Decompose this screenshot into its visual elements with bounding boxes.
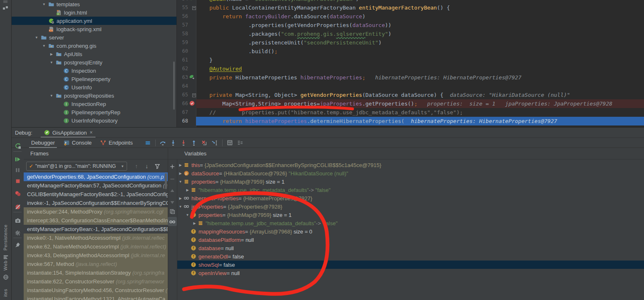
variable-row-hibernate-temp-use-jdbc-metadata-defaults[interactable]: ▶"hibernate.temp.use_jdbc_metadata_defau… bbox=[177, 219, 644, 227]
frame-row[interactable]: instantiate:622, ConstructorResolver (or… bbox=[24, 277, 168, 286]
editor-line-58[interactable]: 58 .packages("com.proheng.gis.sqlserverE… bbox=[177, 30, 644, 38]
frame-row[interactable]: instantiate:154, SimpleInstantiationStra… bbox=[24, 268, 168, 277]
rerun-button[interactable] bbox=[12, 141, 23, 150]
tree-item-login-html[interactable]: Hlogin.html bbox=[12, 8, 176, 17]
editor-line-56[interactable]: 56 return factoryBuilder.dataSource(data… bbox=[177, 12, 644, 21]
code-text[interactable]: .build(); bbox=[196, 47, 644, 56]
code-text[interactable]: .persistenceUnit("secondPersistenceUnit"… bbox=[196, 38, 644, 47]
editor-line-67[interactable]: 67 // properties.put("hibernate.temp.use… bbox=[177, 108, 644, 117]
hide-library-frames-button[interactable] bbox=[152, 162, 162, 171]
variable-row-datasource[interactable]: ▶pdataSource = {HikariDataSource@7926} "… bbox=[177, 169, 644, 177]
close-icon[interactable]: × bbox=[90, 130, 93, 135]
step-over-button[interactable] bbox=[158, 138, 168, 148]
chevron-down-icon[interactable]: ▼ bbox=[48, 94, 55, 98]
frame-row[interactable]: invoke:-1, JpaSecondConfiguration$$Enhan… bbox=[24, 199, 168, 207]
variable-row-databaseplatform[interactable]: fdatabasePlatform = null bbox=[177, 236, 644, 244]
tree-item-com-proheng-gis[interactable]: ▼com.proheng.gis bbox=[12, 42, 176, 50]
frame-row[interactable]: invokeSuper:244, MethodProxy (org.spring… bbox=[24, 207, 168, 216]
force-step-into-button[interactable] bbox=[179, 138, 189, 148]
frame-row[interactable]: entityManagerFactoryBean:-1, JpaSecondCo… bbox=[24, 225, 168, 234]
code-text[interactable]: return factoryBuilder.dataSource(dataSou… bbox=[196, 12, 644, 21]
chevron-right-icon[interactable]: ▶ bbox=[178, 163, 183, 167]
variable-row-generateddl[interactable]: fgenerateDdl = false bbox=[177, 252, 644, 261]
chevron-down-icon[interactable]: ▼ bbox=[40, 2, 48, 6]
editor-line-68[interactable]: 68 return hibernateProperties.determineH… bbox=[177, 117, 644, 125]
tab-console[interactable]: Console bbox=[59, 138, 96, 148]
frames-scrollbar[interactable] bbox=[165, 173, 167, 189]
mute-breakpoints-button[interactable] bbox=[12, 202, 23, 211]
restore-layout-button[interactable] bbox=[235, 138, 245, 148]
thread-selector[interactable]: ✓ "main"@1 in gro..."main": RUNNING ▼ bbox=[26, 162, 127, 171]
variable-row-this[interactable]: ▶this = {JpaSecondConfiguration$$Enhance… bbox=[177, 161, 644, 169]
step-out-button[interactable] bbox=[189, 138, 199, 148]
variable-row-mappingresources[interactable]: fmappingResources = {ArrayList@7968} siz… bbox=[177, 227, 644, 236]
breakpoint-icon[interactable] bbox=[189, 100, 196, 107]
tree-item-pipelineproperty[interactable]: CPipelineproperty bbox=[12, 75, 176, 83]
prev-frame-button[interactable]: ↑ bbox=[131, 162, 142, 171]
tree-item-userinforepository[interactable]: IUserInfoRepository bbox=[12, 116, 176, 125]
editor-line-65[interactable]: 65 private Map<String, Object> getVendor… bbox=[177, 91, 644, 99]
chevron-right-icon[interactable]: ▶ bbox=[178, 172, 183, 175]
fold-marker-icon[interactable] bbox=[192, 93, 196, 97]
chevron-right-icon[interactable]: ▶ bbox=[178, 197, 183, 200]
pause-program-button[interactable] bbox=[12, 165, 23, 175]
tool-stripe-structure-icon[interactable] bbox=[2, 5, 8, 12]
step-into-button[interactable] bbox=[168, 138, 179, 148]
variable-row-openinview[interactable]: fopenInView = null bbox=[177, 269, 644, 277]
chevron-right-icon[interactable]: ▶ bbox=[192, 221, 197, 225]
pin-tab-button[interactable] bbox=[12, 240, 23, 249]
frame-row[interactable]: invoke:62, NativeMethodAccessorImpl (jdk… bbox=[24, 242, 168, 251]
tree-item-inspection[interactable]: CInspection bbox=[12, 66, 176, 75]
editor-line-62[interactable]: 62 @Autowired bbox=[177, 64, 644, 73]
tool-window-button-persistence[interactable]: Persistence bbox=[3, 224, 9, 262]
tab-endpoints[interactable]: Endpoints bbox=[96, 138, 137, 148]
tab-debugger[interactable]: Debugger bbox=[27, 138, 59, 148]
code-text[interactable]: private Map<String, Object> getVendorPro… bbox=[196, 91, 644, 99]
code-text[interactable]: .properties(getVendorProperties(dataSour… bbox=[196, 21, 644, 30]
editor-line-54[interactable]: 54 @Bean(name = "secondEntityManagerFact… bbox=[177, 0, 644, 3]
editor-line-55[interactable]: 55 public LocalContainerEntityManagerFac… bbox=[177, 3, 644, 12]
code-text[interactable]: @Bean(name = "secondEntityManagerFactory… bbox=[196, 0, 644, 3]
variable-row-properties[interactable]: ▼fproperties = {HashMap@7959} size = 1 bbox=[177, 211, 644, 219]
tree-item-postgresqlentity[interactable]: ▼postgresqlEntity bbox=[12, 58, 176, 66]
code-text[interactable]: return hibernateProperties.determineHibe… bbox=[196, 117, 644, 125]
editor-line-57[interactable]: 57 .properties(getVendorProperties(dataS… bbox=[177, 21, 644, 30]
tree-item-inspectionrep[interactable]: IInspectionRep bbox=[12, 100, 176, 108]
editor-line-61[interactable]: 61 } bbox=[177, 56, 644, 64]
variable-row-jpaproperties[interactable]: ▼jpaProperties = {JpaProperties@7928} bbox=[177, 202, 644, 211]
project-tree-scrollbar[interactable] bbox=[173, 61, 175, 110]
code-text[interactable]: // properties.put("hibernate.temp.use_jd… bbox=[196, 108, 644, 117]
editor-line-63[interactable]: 63 private HibernateProperties hibernate… bbox=[177, 73, 644, 82]
chevron-down-icon[interactable]: ▼ bbox=[185, 213, 190, 217]
editor-line-64[interactable]: 64 bbox=[177, 82, 644, 91]
chevron-right-icon[interactable]: ▶ bbox=[48, 52, 55, 56]
tree-item-userinfo[interactable]: CUserInfo bbox=[12, 83, 176, 91]
code-text[interactable]: } bbox=[196, 56, 644, 64]
frame-row[interactable]: invoke:567, Method (java.lang.reflect) bbox=[24, 260, 168, 268]
frame-row[interactable]: instantiateUsingFactoryMethod:1321, Abst… bbox=[24, 295, 168, 300]
tree-item-templates[interactable]: ▼templates bbox=[12, 0, 176, 8]
tree-item-pipelinepropertyrep[interactable]: IPipelinepropertyRep bbox=[12, 108, 176, 116]
view-breakpoints-button[interactable] bbox=[12, 189, 23, 198]
evaluate-expression-button[interactable] bbox=[225, 138, 235, 148]
frame-row[interactable]: invoke0:-1, NativeMethodAccessorImpl (jd… bbox=[24, 234, 168, 242]
frame-row[interactable]: CGLIB$entityManagerFactoryBean$2:-1, Jpa… bbox=[24, 190, 168, 199]
code-text[interactable]: @Autowired bbox=[196, 64, 644, 73]
drop-frame-button[interactable] bbox=[199, 138, 210, 148]
editor-line-66[interactable]: 66 Map<String,String> properties=jpaProp… bbox=[177, 99, 644, 108]
editor-line-59[interactable]: 59 .persistenceUnit("secondPersistenceUn… bbox=[177, 38, 644, 47]
variable-row-database[interactable]: fdatabase = null bbox=[177, 244, 644, 252]
frame-row[interactable]: intercept:363, ConfigurationClassEnhance… bbox=[24, 216, 168, 225]
bean-gutter-icon[interactable] bbox=[189, 0, 196, 2]
springbean-gutter-icon[interactable] bbox=[189, 74, 196, 81]
frame-row[interactable]: invoke:43, DelegatingMethodAccessorImpl … bbox=[24, 251, 168, 260]
frame-row[interactable]: getVendorProperties:68, JpaSecondConfigu… bbox=[24, 172, 168, 181]
tool-window-button-web[interactable]: Web bbox=[3, 261, 9, 282]
code-text[interactable]: .packages("com.proheng.gis.sqlserverEnti… bbox=[196, 30, 644, 38]
stop-button[interactable] bbox=[12, 177, 23, 186]
variable-row-hibernate-temp-use-jdbc-metadata-defaults[interactable]: ▶"hibernate.temp.use_jdbc_metadata_defau… bbox=[177, 186, 644, 194]
next-frame-button[interactable]: ↓ bbox=[142, 162, 152, 171]
variable-row-showsql[interactable]: fshowSql = false bbox=[177, 261, 644, 269]
fold-marker-icon[interactable] bbox=[192, 6, 196, 10]
chevron-down-icon[interactable]: ▼ bbox=[178, 205, 183, 209]
